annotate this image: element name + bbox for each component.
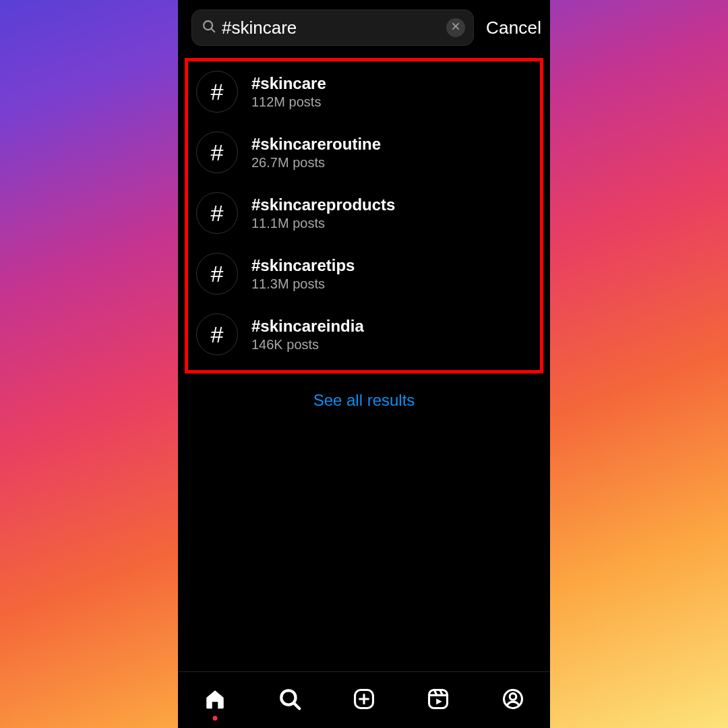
result-skincareroutine[interactable]: # #skincareroutine 26.7M posts [192,122,536,183]
home-icon [204,688,226,713]
phone-frame: Cancel # #skincare 112M posts # #skincar… [178,0,550,728]
result-subtitle: 146K posts [251,337,364,353]
profile-icon [502,688,524,713]
hashtag-icon: # [196,253,238,295]
result-title: #skincareindia [251,317,364,336]
result-text: #skincaretips 11.3M posts [251,256,355,292]
search-row: Cancel [178,0,550,55]
search-box[interactable] [191,9,474,46]
result-skincare[interactable]: # #skincare 112M posts [192,61,536,122]
search-icon [202,19,216,36]
result-skincareindia[interactable]: # #skincareindia 146K posts [192,304,536,365]
result-title: #skincaretips [251,256,355,275]
nav-profile[interactable] [498,686,528,715]
result-text: #skincareroutine 26.7M posts [251,135,381,171]
svg-rect-9 [429,690,448,708]
result-text: #skincareproducts 11.1M posts [251,195,395,231]
result-text: #skincareindia 146K posts [251,317,364,353]
result-skincareproducts[interactable]: # #skincareproducts 11.1M posts [192,183,536,243]
reels-icon [427,688,450,713]
nav-create[interactable] [349,686,379,715]
close-icon [451,22,460,34]
notification-dot-icon [213,716,218,721]
result-title: #skincareproducts [251,195,395,214]
nav-search[interactable] [275,686,305,715]
hashtag-icon: # [196,131,238,173]
see-all-results-link[interactable]: See all results [178,379,550,422]
hashtag-icon: # [196,71,238,113]
cancel-button[interactable]: Cancel [486,18,541,38]
result-title: #skincareroutine [251,135,381,154]
nav-reels[interactable] [423,686,453,715]
result-subtitle: 112M posts [251,94,326,110]
hashtag-icon: # [196,192,238,234]
result-subtitle: 26.7M posts [251,155,381,171]
result-subtitle: 11.1M posts [251,216,395,231]
results-highlight-box: # #skincare 112M posts # #skincareroutin… [185,58,543,373]
empty-space [178,422,550,671]
svg-line-1 [212,29,215,32]
hashtag-icon: # [196,313,238,355]
search-input[interactable] [216,18,446,38]
svg-point-14 [510,693,516,700]
clear-search-button[interactable] [446,18,465,37]
result-skincaretips[interactable]: # #skincaretips 11.3M posts [192,243,536,304]
bottom-navbar [178,671,550,728]
svg-line-5 [294,702,299,708]
nav-home[interactable] [200,686,230,715]
result-text: #skincare 112M posts [251,74,326,110]
plus-square-icon [353,688,375,713]
result-subtitle: 11.3M posts [251,276,355,292]
search-icon [278,688,301,713]
result-title: #skincare [251,74,326,93]
